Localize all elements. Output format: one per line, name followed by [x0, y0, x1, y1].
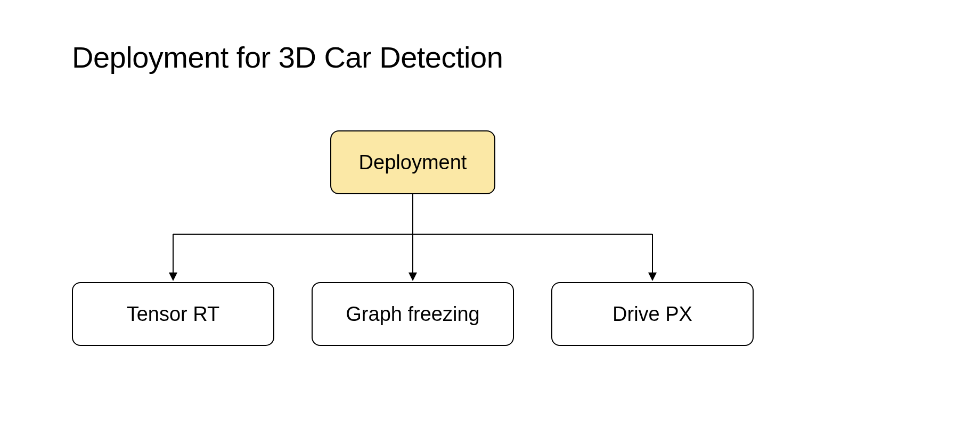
node-child-label: Tensor RT	[127, 303, 220, 326]
node-child-tensor-rt: Tensor RT	[72, 282, 274, 346]
node-root-label: Deployment	[359, 151, 467, 174]
node-child-label: Graph freezing	[346, 303, 479, 326]
diagram-title: Deployment for 3D Car Detection	[72, 40, 503, 75]
node-child-label: Drive PX	[612, 303, 692, 326]
node-child-graph-freezing: Graph freezing	[312, 282, 514, 346]
node-child-drive-px: Drive PX	[551, 282, 754, 346]
node-root-deployment: Deployment	[330, 130, 495, 194]
